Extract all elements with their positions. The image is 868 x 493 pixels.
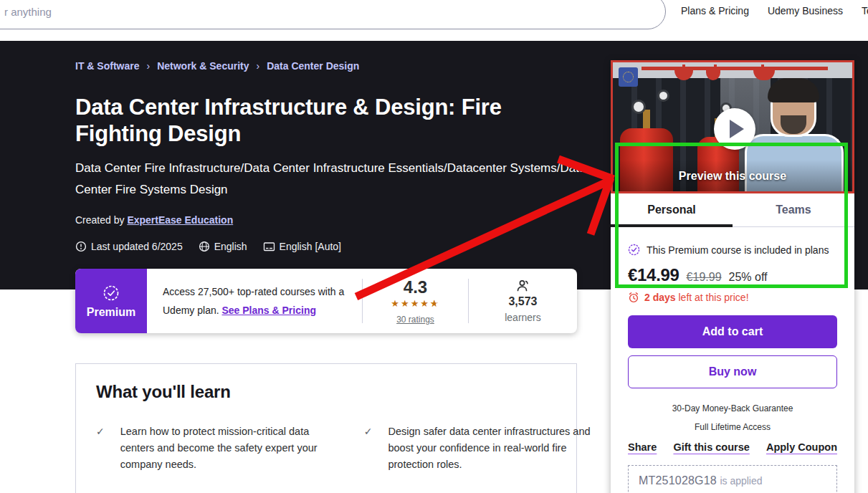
add-to-cart-button[interactable]: Add to cart bbox=[628, 315, 837, 348]
learners-label: learners bbox=[505, 312, 541, 323]
tab-personal[interactable]: Personal bbox=[611, 193, 733, 226]
premium-rosette-icon bbox=[102, 284, 120, 302]
half-star-icon: ☆★ bbox=[430, 299, 440, 309]
ratings-count-link[interactable]: 30 ratings bbox=[396, 315, 434, 325]
tab-teams[interactable]: Teams bbox=[733, 193, 854, 226]
top-nav: Plans & Pricing Udemy Business Teach on … bbox=[681, 5, 868, 16]
premium-pitch: Access 27,500+ top-rated courses with a … bbox=[147, 269, 362, 333]
purchase-panel: This Premium course is included in plans… bbox=[611, 227, 854, 493]
course-subtitle: Data Center Fire Infrastructure/Data Cen… bbox=[75, 158, 594, 201]
premium-included-text: This Premium course is included in plans bbox=[647, 244, 829, 256]
play-button-icon[interactable] bbox=[714, 108, 755, 150]
breadcrumb-it-software[interactable]: IT & Software bbox=[75, 60, 139, 72]
gift-course-link[interactable]: Gift this course bbox=[673, 441, 749, 453]
pressure-gauge bbox=[657, 90, 669, 102]
buy-now-button[interactable]: Buy now bbox=[628, 355, 837, 388]
premium-included-note: This Premium course is included in plans bbox=[628, 244, 837, 256]
see-plans-pricing-link[interactable]: See Plans & Pricing bbox=[221, 305, 316, 316]
apply-coupon-link[interactable]: Apply Coupon bbox=[766, 441, 837, 453]
learners-icon bbox=[515, 279, 531, 293]
lifetime-access: Full Lifetime Access bbox=[628, 422, 837, 432]
learn-items-grid: ✓ Learn how to protect mission-critical … bbox=[96, 423, 556, 493]
page-title: Data Center Infrastructure & Design: Fir… bbox=[75, 94, 577, 147]
created-by-label: Created by bbox=[75, 214, 124, 226]
purchase-sidebar: Preview this course Personal Teams This … bbox=[611, 60, 854, 493]
premium-banner: Premium Access 27,500+ top-rated courses… bbox=[75, 269, 577, 333]
countdown-days: 2 days bbox=[644, 292, 676, 303]
star-rating: ★★★★☆★ bbox=[391, 299, 439, 309]
rating-value: 4.3 bbox=[404, 277, 427, 297]
learners-count: 3,573 bbox=[508, 295, 537, 308]
preview-course-button[interactable]: Preview this course bbox=[613, 170, 852, 183]
money-back-guarantee: 30-Day Money-Back Guarantee bbox=[628, 403, 837, 413]
sale-countdown: 2 days left at this price! bbox=[628, 292, 837, 303]
premium-badge: Premium bbox=[75, 269, 147, 333]
check-circle-icon bbox=[628, 244, 640, 256]
course-preview-thumbnail[interactable]: Preview this course bbox=[611, 60, 854, 193]
course-meta-row: Last updated 6/2025 English English [Aut… bbox=[75, 241, 341, 252]
breadcrumb-separator: › bbox=[146, 60, 150, 72]
last-updated: Last updated 6/2025 bbox=[75, 241, 183, 252]
what-youll-learn-heading: What you'll learn bbox=[96, 382, 556, 402]
language-text: English bbox=[214, 241, 247, 252]
share-link[interactable]: Share bbox=[628, 441, 657, 453]
breadcrumb-data-center-design[interactable]: Data Center Design bbox=[267, 60, 359, 72]
search-bar[interactable] bbox=[0, 0, 666, 29]
created-by-row: Created by ExpertEase Education bbox=[75, 214, 233, 226]
price-row: €14.99 €19.99 25% off bbox=[628, 265, 837, 285]
course-captions: English [Auto] bbox=[263, 241, 341, 252]
instructor-link[interactable]: ExpertEase Education bbox=[127, 214, 233, 226]
captions-text: English [Auto] bbox=[280, 241, 341, 252]
breadcrumb: IT & Software › Network & Security › Dat… bbox=[75, 60, 359, 72]
learners-summary: 3,573 learners bbox=[469, 269, 577, 333]
breadcrumb-network-security[interactable]: Network & Security bbox=[157, 60, 249, 72]
nav-teach-on-udemy[interactable]: Teach on Udemy bbox=[862, 5, 868, 16]
star-icon: ★ bbox=[391, 298, 401, 309]
star-icon: ★ bbox=[401, 298, 411, 309]
checkmark-icon: ✓ bbox=[96, 423, 105, 473]
star-icon: ★ bbox=[411, 298, 421, 309]
coupon-status: is applied bbox=[720, 475, 762, 487]
current-price: €14.99 bbox=[628, 265, 679, 285]
learn-item-text: Design safer data center infrastructures… bbox=[388, 423, 597, 473]
search-input[interactable] bbox=[0, 0, 665, 29]
thumbnail-ceiling bbox=[613, 62, 852, 80]
fire-pipe bbox=[642, 67, 828, 70]
last-updated-text: Last updated 6/2025 bbox=[91, 241, 183, 252]
coupon-code: MT251028G18 bbox=[639, 474, 717, 487]
globe-icon bbox=[199, 241, 210, 252]
clock-icon bbox=[75, 241, 87, 252]
course-action-links: Share Gift this course Apply Coupon bbox=[628, 441, 837, 453]
pressure-gauge bbox=[631, 100, 646, 114]
what-youll-learn-card: What you'll learn ✓ Learn how to protect… bbox=[75, 363, 577, 493]
captions-icon bbox=[263, 241, 275, 252]
premium-label: Premium bbox=[87, 306, 135, 319]
learn-item: ✓ Design safer data center infrastructur… bbox=[364, 423, 598, 473]
course-language: English bbox=[199, 241, 247, 252]
alarm-clock-icon bbox=[628, 292, 639, 303]
nav-udemy-business[interactable]: Udemy Business bbox=[768, 5, 843, 16]
learn-item-text: Learn how to protect mission-critical da… bbox=[120, 423, 330, 473]
nav-plans-pricing[interactable]: Plans & Pricing bbox=[681, 5, 749, 16]
pricing-tabs: Personal Teams bbox=[611, 193, 854, 227]
breadcrumb-separator: › bbox=[257, 60, 260, 72]
star-icon: ★ bbox=[420, 298, 430, 309]
original-price: €19.99 bbox=[687, 271, 722, 284]
discount-percent: 25% off bbox=[729, 271, 768, 284]
rating-summary: 4.3 ★★★★☆★ 30 ratings bbox=[363, 269, 468, 333]
learn-item: ✓ Learn how to protect mission-critical … bbox=[96, 423, 330, 473]
coupon-applied-box[interactable]: MT251028G18 is applied Udemy coupon bbox=[628, 465, 837, 493]
countdown-text: left at this price! bbox=[676, 292, 749, 303]
checkmark-icon: ✓ bbox=[364, 423, 373, 473]
course-brand-logo bbox=[619, 67, 638, 87]
